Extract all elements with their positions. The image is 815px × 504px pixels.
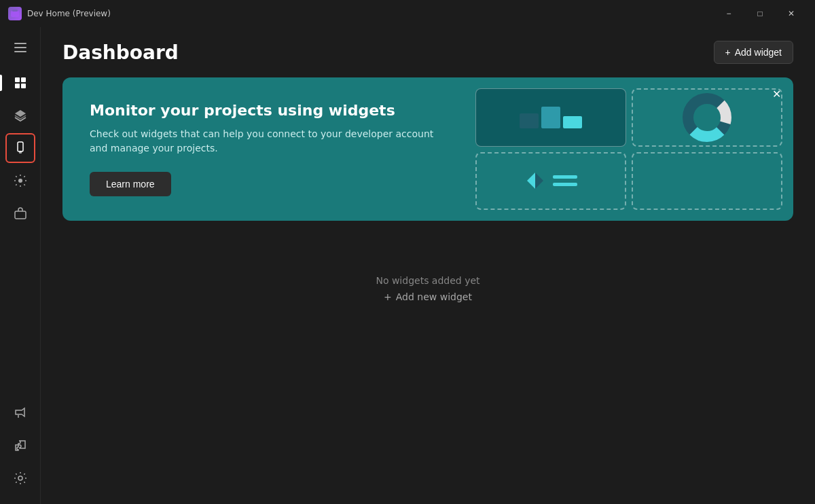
svg-rect-2 [14, 43, 26, 44]
titlebar-title: Dev Home (Preview) [27, 9, 111, 18]
add-new-widget-label: Add new widget [396, 291, 472, 302]
sidebar-bottom [5, 398, 35, 499]
maximize-button[interactable]: □ [744, 3, 776, 24]
svg-rect-12 [15, 211, 26, 219]
bottom-left-card [475, 152, 626, 211]
visual-grid [465, 77, 793, 221]
svg-rect-9 [18, 142, 23, 151]
sidebar-item-extensions2[interactable] [5, 431, 35, 461]
close-banner-button[interactable]: ✕ [769, 86, 785, 102]
header: Dashboard + Add widget [41, 27, 815, 77]
svg-point-13 [18, 476, 22, 480]
sidebar-item-settings-gear[interactable] [5, 166, 35, 196]
sidebar [0, 27, 41, 504]
minimize-button[interactable]: − [713, 3, 744, 24]
plus-icon-empty: + [384, 291, 392, 302]
main-content: Dashboard + Add widget Monitor your proj… [41, 27, 815, 504]
svg-rect-1 [12, 10, 18, 12]
svg-rect-10 [19, 151, 22, 154]
sidebar-top [5, 68, 35, 398]
promo-title: Monitor your projects using widgets [90, 102, 437, 119]
menu-button[interactable] [5, 33, 35, 62]
sidebar-item-device[interactable] [5, 133, 35, 163]
empty-state-label: No widgets added yet [376, 275, 479, 286]
svg-rect-3 [14, 47, 26, 48]
bottom-right-card [632, 152, 782, 211]
titlebar-left: Dev Home (Preview) [8, 7, 111, 20]
close-button[interactable]: ✕ [776, 3, 807, 24]
titlebar: Dev Home (Preview) − □ ✕ [0, 0, 815, 27]
empty-state: No widgets added yet + Add new widget [41, 275, 815, 302]
svg-rect-6 [21, 77, 26, 82]
promo-banner: Monitor your projects using widgets Chec… [62, 77, 793, 221]
plus-icon: + [725, 47, 731, 58]
titlebar-controls: − □ ✕ [713, 3, 807, 24]
sidebar-item-dashboard[interactable] [5, 68, 35, 98]
sidebar-item-extensions[interactable] [5, 101, 35, 130]
svg-rect-4 [14, 51, 26, 52]
page-title: Dashboard [62, 41, 179, 64]
promo-description: Check out widgets that can help you conn… [90, 127, 437, 156]
sidebar-item-settings[interactable] [5, 463, 35, 493]
promo-visual: ✕ [465, 77, 793, 221]
sidebar-item-projects[interactable] [5, 198, 35, 228]
add-widget-label: Add widget [735, 47, 782, 58]
svg-rect-0 [11, 11, 19, 17]
svg-marker-17 [527, 173, 535, 189]
app-icon [8, 7, 22, 20]
add-widget-button[interactable]: + Add widget [714, 41, 793, 64]
svg-rect-8 [21, 84, 26, 88]
svg-point-11 [18, 179, 22, 183]
promo-content: Monitor your projects using widgets Chec… [62, 77, 465, 221]
app-body: Dashboard + Add widget Monitor your proj… [0, 27, 815, 504]
svg-rect-7 [15, 84, 20, 88]
bar-chart-card [475, 88, 626, 147]
add-new-widget-button[interactable]: + Add new widget [384, 291, 472, 302]
top-right-card [632, 88, 782, 147]
svg-marker-18 [535, 173, 543, 189]
learn-more-button[interactable]: Learn more [90, 172, 171, 196]
svg-rect-5 [15, 77, 20, 82]
sidebar-item-feedback[interactable] [5, 398, 35, 428]
